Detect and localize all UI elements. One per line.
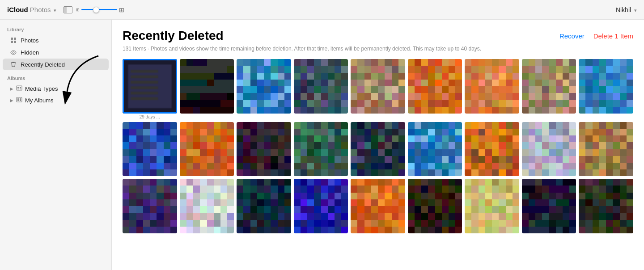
photo-thumbnail [180, 122, 234, 177]
photo-cell[interactable] [237, 59, 291, 114]
photo-cell[interactable] [465, 122, 519, 177]
svg-rect-2 [11, 41, 13, 43]
content-header: Recently Deleted Recover Delete 1 Item [123, 29, 633, 43]
photo-thumbnail [294, 122, 348, 177]
svg-rect-11 [17, 98, 19, 100]
topbar-left: iCloud Photos ▾ ⊞ ⊞ [7, 6, 124, 13]
photo-thumbnail [351, 59, 405, 114]
photo-cell[interactable] [408, 59, 462, 114]
sidebar-group-media-types[interactable]: ▶ Media Types [3, 83, 109, 94]
photo-cell[interactable] [465, 59, 519, 114]
trash-icon [10, 61, 17, 68]
photo-thumbnail [351, 179, 405, 233]
photo-grid-row1: 29 days ... [123, 59, 633, 119]
photo-thumbnail [180, 59, 234, 114]
zoom-large-icon: ⊞ [119, 6, 124, 13]
app-title: iCloud Photos ▾ [7, 6, 56, 13]
svg-rect-0 [11, 38, 13, 40]
svg-rect-5 [17, 86, 22, 90]
zoom-slider[interactable] [81, 9, 117, 10]
photo-thumbnail [408, 59, 462, 114]
photo-cell[interactable] [123, 179, 177, 233]
sidebar-toggle-button[interactable] [64, 6, 72, 13]
photo-cell[interactable] [180, 59, 234, 114]
hidden-icon [10, 49, 17, 56]
photo-grid-row2 [123, 122, 633, 177]
photo-cell[interactable] [522, 59, 576, 114]
photo-thumbnail [408, 179, 462, 233]
photo-thumbnail [123, 179, 177, 233]
photo-cell[interactable] [522, 179, 576, 233]
subtitle-text: 131 Items · Photos and videos show the t… [123, 46, 633, 52]
photo-wrapper-selected: 29 days ... [123, 59, 177, 119]
photo-grid-row3 [123, 179, 633, 233]
photo-cell[interactable] [579, 59, 633, 114]
topbar: iCloud Photos ▾ ⊞ ⊞ Nikhil ▾ [0, 0, 644, 20]
sidebar: Library Photos Hidden [0, 20, 112, 270]
photo-thumbnail [579, 59, 633, 114]
photo-thumbnail [123, 122, 177, 177]
photo-thumbnail [294, 59, 348, 114]
photo-cell[interactable] [180, 179, 234, 233]
photo-cell[interactable] [579, 179, 633, 233]
albums-section-label: Albums [0, 74, 111, 83]
media-types-icon [16, 85, 22, 92]
photo-cell[interactable] [351, 122, 405, 177]
svg-point-4 [13, 51, 14, 53]
photo-cell[interactable] [408, 179, 462, 233]
photo-cell[interactable] [579, 122, 633, 177]
svg-rect-1 [14, 38, 16, 40]
svg-rect-8 [17, 89, 19, 89]
photo-thumbnail [237, 59, 291, 114]
sidebar-item-hidden[interactable]: Hidden [3, 46, 109, 58]
content-area: Recently Deleted Recover Delete 1 Item 1… [112, 20, 644, 270]
library-section-label: Library [0, 25, 111, 34]
photo-cell[interactable] [522, 122, 576, 177]
photo-thumbnail [522, 179, 576, 233]
photo-cell[interactable] [123, 122, 177, 177]
photo-cell[interactable] [294, 179, 348, 233]
main-layout: Library Photos Hidden [0, 20, 644, 270]
svg-rect-13 [17, 100, 19, 101]
photo-cell[interactable] [351, 59, 405, 114]
svg-rect-14 [20, 100, 21, 101]
photo-thumbnail [522, 59, 576, 114]
recover-button[interactable]: Recover [559, 32, 585, 40]
photo-cell[interactable] [237, 122, 291, 177]
photo-cell[interactable] [123, 59, 177, 114]
photo-thumbnail [579, 179, 633, 233]
delete-button[interactable]: Delete 1 Item [593, 32, 633, 40]
svg-rect-6 [17, 87, 19, 88]
page-title: Recently Deleted [123, 29, 224, 43]
sidebar-item-photos[interactable]: Photos [3, 34, 109, 46]
photo-thumbnail [408, 122, 462, 177]
photo-cell[interactable] [294, 59, 348, 114]
sidebar-group-my-albums[interactable]: ▶ My Albums [3, 95, 109, 106]
sidebar-item-recently-deleted[interactable]: Recently Deleted [3, 59, 109, 70]
user-menu[interactable]: Nikhil ▾ [616, 6, 637, 13]
photo-cell[interactable] [237, 179, 291, 233]
photo-cell[interactable] [465, 179, 519, 233]
photo-cell[interactable] [351, 179, 405, 233]
zoom-small-icon: ⊞ [76, 8, 80, 12]
svg-rect-3 [14, 41, 16, 43]
photo-cell[interactable] [180, 122, 234, 177]
photo-thumbnail [465, 122, 519, 177]
chevron-media-types-icon: ▶ [10, 86, 13, 91]
svg-rect-7 [20, 87, 21, 88]
content-actions: Recover Delete 1 Item [559, 29, 633, 40]
photos-icon [10, 37, 17, 44]
zoom-control: ⊞ ⊞ [76, 6, 124, 13]
photo-thumbnail [351, 122, 405, 177]
photo-thumbnail [294, 179, 348, 233]
photo-thumbnail [522, 122, 576, 177]
photo-cell[interactable] [408, 122, 462, 177]
chevron-my-albums-icon: ▶ [10, 98, 13, 103]
photo-thumbnail [465, 59, 519, 114]
photo-cell[interactable] [294, 122, 348, 177]
topbar-controls: ⊞ ⊞ [64, 6, 124, 13]
photo-time-label: 29 days ... [123, 114, 177, 119]
photo-thumbnail [579, 122, 633, 177]
svg-rect-10 [17, 97, 22, 102]
photo-thumbnail [465, 179, 519, 233]
